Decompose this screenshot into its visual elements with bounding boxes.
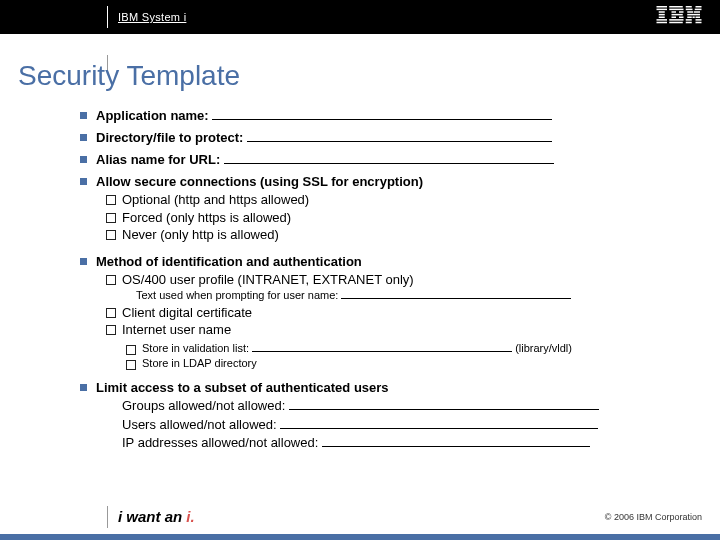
blank-line (212, 108, 552, 120)
label-ips: IP addresses allowed/not allowed: (122, 435, 318, 450)
bottom-stripe (0, 534, 720, 540)
label-vldl-suffix: (library/vldl) (515, 342, 572, 354)
label-os400-prompt: Text used when prompting for user name: (136, 289, 338, 301)
opt-internet-user: Internet user name Store in validation l… (106, 321, 690, 370)
svg-rect-26 (686, 19, 692, 21)
svg-rect-5 (657, 19, 668, 21)
blank-line (247, 130, 552, 142)
opt-store-ldap: Store in LDAP directory (126, 356, 690, 371)
svg-rect-4 (659, 17, 665, 19)
header-bar: IBM System i (0, 0, 720, 34)
blank-line (224, 152, 554, 164)
svg-rect-3 (659, 14, 665, 16)
label-groups: Groups allowed/not allowed: (122, 398, 285, 413)
svg-rect-7 (669, 6, 683, 8)
svg-rect-21 (694, 11, 700, 13)
svg-rect-28 (686, 22, 692, 24)
label-store-vldl: Store in validation list: (142, 342, 249, 354)
content-area: Application name: Directory/file to prot… (80, 108, 690, 459)
page-title: Security Template (18, 60, 240, 92)
svg-rect-29 (696, 22, 702, 24)
svg-rect-22 (687, 14, 700, 16)
blank-line (322, 435, 590, 447)
svg-rect-1 (657, 9, 668, 11)
field-groups: Groups allowed/not allowed: (122, 397, 690, 415)
blank-line (289, 399, 599, 411)
svg-rect-16 (686, 6, 692, 8)
slogan-em: i. (186, 508, 194, 525)
svg-rect-10 (679, 11, 684, 13)
svg-rect-23 (687, 17, 692, 19)
svg-rect-12 (672, 17, 677, 19)
ibm-logo-icon (656, 6, 702, 28)
section-auth: Method of identification and authenticat… (80, 254, 690, 371)
svg-rect-27 (696, 19, 702, 21)
footer-tick (107, 506, 108, 528)
svg-rect-0 (657, 6, 668, 8)
header-divider (107, 6, 108, 28)
svg-rect-8 (669, 9, 683, 11)
section-ssl: Allow secure connections (using SSL for … (80, 174, 690, 244)
heading-limit: Limit access to a subset of authenticate… (96, 380, 389, 395)
label-app-name: Application name: (96, 108, 209, 123)
svg-rect-24 (693, 17, 695, 19)
svg-rect-19 (695, 9, 702, 11)
blank-line (280, 417, 598, 429)
svg-rect-13 (679, 17, 684, 19)
svg-rect-6 (657, 22, 668, 24)
opt-ssl-optional: Optional (http and https allowed) (106, 191, 690, 209)
os400-prompt: Text used when prompting for user name: (136, 288, 690, 303)
svg-rect-14 (669, 19, 683, 21)
label-alias: Alias name for URL: (96, 152, 220, 167)
field-alias: Alias name for URL: (80, 152, 690, 167)
svg-rect-9 (672, 11, 677, 13)
field-users: Users allowed/not allowed: (122, 416, 690, 434)
heading-ssl: Allow secure connections (using SSL for … (96, 174, 423, 189)
opt-ssl-forced: Forced (only https is allowed) (106, 209, 690, 227)
svg-rect-18 (686, 9, 693, 11)
opt-store-vldl: Store in validation list: (library/vldl) (126, 341, 690, 356)
section-limit: Limit access to a subset of authenticate… (80, 380, 690, 452)
svg-rect-2 (659, 11, 665, 13)
opt-client-cert: Client digital certificate (106, 304, 690, 322)
field-app-name: Application name: (80, 108, 690, 123)
slogan-pre: i want an (118, 508, 186, 525)
svg-rect-15 (669, 22, 683, 24)
label-users: Users allowed/not allowed: (122, 417, 277, 432)
svg-rect-25 (696, 17, 701, 19)
blank-line (252, 342, 512, 352)
field-ips: IP addresses allowed/not allowed: (122, 434, 690, 452)
label-internet-user: Internet user name (122, 322, 231, 337)
svg-rect-20 (687, 11, 693, 13)
svg-rect-17 (696, 6, 702, 8)
system-name: IBM System i (118, 11, 186, 23)
label-os400: OS/400 user profile (INTRANET, EXTRANET … (122, 272, 414, 287)
blank-line (341, 289, 571, 299)
heading-auth: Method of identification and authenticat… (96, 254, 362, 269)
opt-os400: OS/400 user profile (INTRANET, EXTRANET … (106, 271, 690, 304)
copyright: © 2006 IBM Corporation (605, 512, 702, 522)
field-directory: Directory/file to protect: (80, 130, 690, 145)
svg-rect-11 (672, 14, 683, 16)
opt-ssl-never: Never (only http is allowed) (106, 226, 690, 244)
label-directory: Directory/file to protect: (96, 130, 243, 145)
slogan: i want an i. (118, 508, 195, 525)
footer: i want an i. © 2006 IBM Corporation (0, 498, 720, 534)
